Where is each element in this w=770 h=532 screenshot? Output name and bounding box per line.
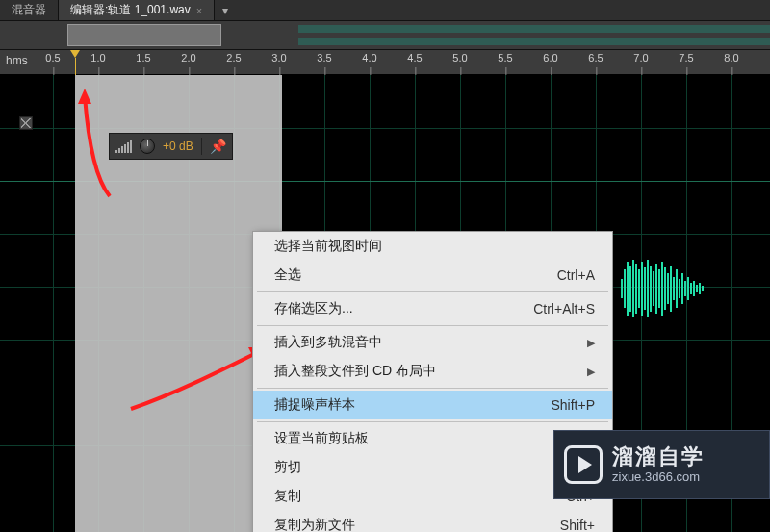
menu-label: 剪切: [274, 459, 301, 476]
tab-editor[interactable]: 编辑器: 轨道 1_001.wav ×: [59, 0, 215, 20]
ruler-tick: 4.5: [407, 52, 422, 63]
volume-toolbar: +0 dB 📌: [109, 133, 233, 160]
volume-db-value[interactable]: +0 dB: [163, 139, 193, 153]
ruler-tick: 6.0: [543, 52, 557, 63]
menu-label: 插入到多轨混音中: [274, 334, 382, 351]
menu-shortcut: Shift+: [560, 518, 595, 532]
close-icon[interactable]: ×: [196, 5, 202, 16]
level-meter-icon: [116, 139, 132, 153]
play-logo-icon: [564, 445, 603, 484]
waveform-burst: [621, 260, 707, 317]
menu-separator: [257, 325, 608, 326]
tab-mixer-label: 混音器: [12, 2, 46, 18]
menu-capture-noise-sample[interactable]: 捕捉噪声样本 Shift+P: [253, 391, 612, 419]
volume-knob[interactable]: [140, 139, 155, 154]
overview-waveform[interactable]: [0, 21, 770, 50]
separator: [201, 138, 202, 155]
ruler-tick: 5.0: [452, 52, 467, 63]
menu-label: 全选: [274, 266, 301, 284]
watermark: 溜溜自学 zixue.3d66.com: [553, 430, 770, 499]
menu-shortcut: Shift+P: [551, 397, 595, 413]
menu-shortcut: Ctrl+Alt+S: [533, 301, 595, 317]
watermark-url: zixue.3d66.com: [612, 469, 705, 485]
menu-select-view-time[interactable]: 选择当前视图时间: [253, 232, 612, 261]
tab-dropdown[interactable]: ▾: [215, 0, 236, 20]
menu-separator: [257, 291, 608, 292]
menu-save-selection-as[interactable]: 存储选区为... Ctrl+Alt+S: [253, 294, 612, 323]
track-toggle[interactable]: [19, 116, 33, 130]
menu-label: 设置当前剪贴板: [274, 430, 369, 447]
menu-label: 复制为新文件: [274, 517, 355, 532]
watermark-text: 溜溜自学 zixue.3d66.com: [612, 444, 705, 485]
overview-waveform-tail: [298, 21, 770, 49]
tab-bar: 混音器 编辑器: 轨道 1_001.wav × ▾: [0, 0, 770, 21]
ruler-unit: hms: [6, 54, 28, 67]
menu-label: 选择当前视图时间: [274, 238, 382, 255]
ruler-tick: 1.5: [136, 52, 150, 63]
ruler-ticks: 0.5 1.0 1.5 2.0 2.5 3.0 3.5 4.0 4.5 5.0 …: [38, 50, 770, 74]
tab-editor-filename: 轨道 1_001.wav: [108, 2, 190, 18]
menu-shortcut: Ctrl+A: [557, 267, 595, 283]
menu-insert-cd[interactable]: 插入整段文件到 CD 布局中 ▶: [253, 357, 612, 386]
ruler-tick: 5.5: [498, 52, 512, 63]
ruler-tick: 2.5: [226, 52, 241, 63]
ruler-tick: 7.5: [679, 52, 693, 63]
tab-mixer[interactable]: 混音器: [0, 0, 59, 20]
submenu-arrow-icon: ▶: [587, 337, 595, 349]
grid-line: [53, 75, 54, 532]
menu-select-all[interactable]: 全选 Ctrl+A: [253, 261, 612, 290]
ruler-tick: 3.0: [271, 52, 286, 63]
menu-label: 复制: [274, 488, 301, 505]
time-ruler[interactable]: hms 0.5 1.0 1.5 2.0 2.5 3.0 3.5 4.0 4.5 …: [0, 50, 770, 75]
ruler-tick: 2.0: [181, 52, 195, 63]
overview-selection[interactable]: [67, 24, 221, 46]
menu-separator: [257, 421, 608, 422]
menu-insert-multitrack[interactable]: 插入到多轨混音中 ▶: [253, 328, 612, 357]
ruler-tick: 0.5: [45, 52, 60, 63]
menu-label: 存储选区为...: [274, 300, 353, 317]
menu-separator: [257, 388, 608, 389]
ruler-tick: 7.0: [633, 52, 648, 63]
ruler-tick: 6.5: [588, 52, 603, 63]
ruler-tick: 3.5: [317, 52, 331, 63]
pin-icon[interactable]: 📌: [210, 139, 226, 154]
menu-copy-as-new[interactable]: 复制为新文件 Shift+: [253, 511, 612, 532]
menu-label: 插入整段文件到 CD 布局中: [274, 363, 436, 380]
tab-editor-prefix: 编辑器:: [70, 2, 108, 18]
watermark-title: 溜溜自学: [612, 444, 705, 469]
menu-label: 捕捉噪声样本: [274, 396, 355, 414]
ruler-tick: 1.0: [90, 52, 105, 63]
playhead[interactable]: [70, 50, 80, 74]
ruler-tick: 4.0: [362, 52, 376, 63]
submenu-arrow-icon: ▶: [587, 366, 595, 378]
playhead-marker-icon: [70, 50, 80, 58]
ruler-tick: 8.0: [724, 52, 738, 63]
